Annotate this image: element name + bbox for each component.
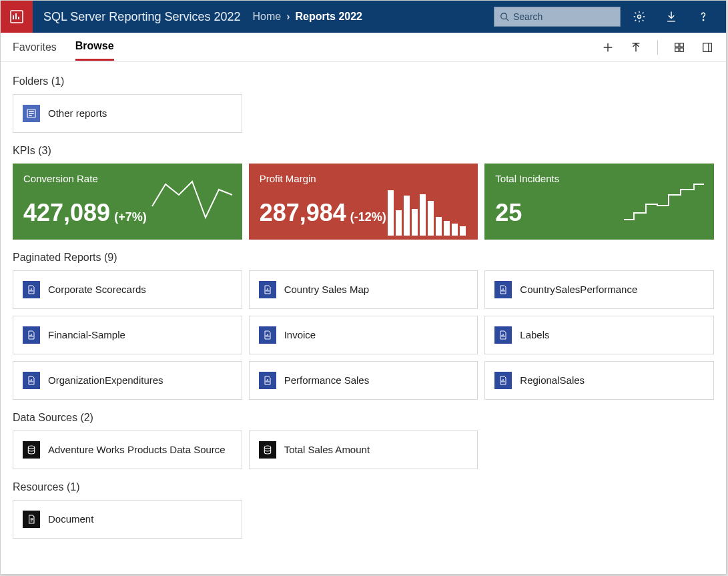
datasources-grid: Adventure Works Products Data Source Tot…: [13, 430, 714, 469]
app-header: SQL Server Reporting Services 2022 Home …: [1, 1, 726, 33]
kpi-value: 287,984: [260, 199, 346, 227]
svg-rect-21: [452, 224, 458, 236]
kpi-total-incidents[interactable]: Total Incidents 25: [484, 164, 714, 240]
breadcrumb-home[interactable]: Home: [252, 11, 281, 23]
svg-rect-7: [680, 47, 683, 51]
help-icon: [697, 10, 710, 23]
paginated-grid: Corporate Scorecards Country Sales Map C…: [13, 270, 714, 400]
datasource-label: Total Sales Amount: [284, 443, 370, 457]
kpi-delta: (+7%): [114, 210, 147, 224]
report-icon: [494, 281, 512, 298]
upload-icon: [630, 41, 642, 53]
report-icon: [494, 326, 512, 344]
svg-rect-18: [428, 201, 434, 236]
resource-document[interactable]: Document: [13, 500, 242, 539]
kpi-grid: Conversion Rate 427,089 (+7%) Profit Mar…: [13, 164, 714, 240]
svg-rect-4: [675, 43, 679, 46]
report-icon: [23, 326, 40, 344]
search-icon: [500, 12, 509, 21]
report-invoice[interactable]: Invoice: [249, 316, 478, 354]
search-box[interactable]: [494, 7, 621, 27]
report-icon: [494, 372, 512, 389]
report-label: Performance Sales: [284, 374, 370, 387]
datasource-icon: [23, 441, 40, 459]
folders-grid: Other reports: [13, 94, 714, 133]
report-icon: [259, 281, 276, 298]
kpi-title: Profit Margin: [260, 173, 468, 184]
panel-icon: [701, 41, 713, 53]
help-button[interactable]: [697, 10, 710, 23]
svg-point-23: [28, 446, 34, 449]
section-kpis-title: KPIs (3): [13, 145, 714, 157]
svg-rect-16: [412, 209, 418, 236]
kpi-delta: (-12%): [350, 210, 386, 224]
svg-rect-22: [460, 226, 466, 236]
report-label: CountrySalesPerformance: [520, 283, 637, 296]
settings-button[interactable]: [633, 10, 646, 23]
report-label: Invoice: [284, 328, 316, 342]
app-title: SQL Server Reporting Services 2022: [43, 10, 240, 24]
folder-icon: [23, 105, 40, 122]
tab-browse[interactable]: Browse: [75, 33, 114, 61]
datasource-total-sales[interactable]: Total Sales Amount: [249, 430, 478, 469]
svg-rect-8: [703, 43, 712, 51]
svg-rect-15: [404, 196, 410, 236]
report-icon: [259, 372, 276, 389]
document-icon: [23, 511, 40, 528]
kpi-profit-margin[interactable]: Profit Margin 287,984 (-12%): [249, 164, 478, 240]
download-button[interactable]: [665, 10, 678, 23]
svg-rect-17: [420, 194, 426, 236]
svg-rect-5: [680, 43, 683, 46]
svg-point-24: [264, 446, 270, 449]
tile-view-button[interactable]: [673, 41, 686, 54]
breadcrumb-current: Reports 2022: [296, 11, 363, 23]
folder-label: Other reports: [48, 107, 107, 120]
report-performance-sales[interactable]: Performance Sales: [249, 361, 478, 400]
plus-icon: [602, 41, 614, 53]
report-regionalsales[interactable]: RegionalSales: [484, 361, 714, 400]
svg-rect-11: [29, 113, 34, 114]
header-actions: [633, 10, 710, 23]
report-label: Labels: [520, 328, 549, 342]
datasource-label: Adventure Works Products Data Source: [48, 443, 226, 457]
kpi-conversion-rate[interactable]: Conversion Rate 427,089 (+7%): [13, 164, 242, 240]
breadcrumb: Home › Reports 2022: [252, 11, 362, 23]
search-input[interactable]: [513, 11, 615, 22]
report-country-sales-map[interactable]: Country Sales Map: [249, 270, 478, 309]
section-paginated-title: Paginated Reports (9): [13, 252, 714, 264]
toolbar-actions: [601, 40, 714, 55]
svg-rect-14: [396, 210, 402, 236]
resources-grid: Document: [13, 500, 714, 539]
report-labels[interactable]: Labels: [484, 316, 714, 354]
download-icon: [665, 10, 678, 23]
grid-icon: [673, 41, 685, 53]
report-label: Corporate Scorecards: [48, 283, 146, 296]
svg-rect-12: [29, 115, 32, 116]
tab-favorites[interactable]: Favorites: [13, 35, 57, 60]
report-financial-sample[interactable]: Financial-Sample: [13, 316, 242, 354]
report-corporate-scorecards[interactable]: Corporate Scorecards: [13, 270, 242, 309]
report-organizationexpenditures[interactable]: OrganizationExpenditures: [13, 361, 242, 400]
app-logo[interactable]: [1, 1, 33, 33]
svg-rect-6: [675, 47, 679, 51]
section-folders-title: Folders (1): [13, 75, 714, 87]
datasource-adventure-works[interactable]: Adventure Works Products Data Source: [13, 430, 242, 469]
folder-other-reports[interactable]: Other reports: [13, 94, 242, 133]
svg-point-3: [703, 19, 703, 20]
report-label: Country Sales Map: [284, 283, 370, 296]
report-icon: [23, 281, 40, 298]
tab-bar: Favorites Browse: [1, 33, 726, 62]
report-label: RegionalSales: [520, 374, 585, 387]
section-datasources-title: Data Sources (2): [13, 412, 714, 424]
svg-rect-20: [444, 221, 450, 236]
report-label: OrganizationExpenditures: [48, 374, 163, 387]
report-countrysalesperformance[interactable]: CountrySalesPerformance: [484, 270, 714, 309]
upload-button[interactable]: [629, 41, 643, 54]
detail-panel-button[interactable]: [701, 41, 714, 54]
svg-point-1: [501, 13, 507, 19]
kpi-value: 427,089: [23, 199, 110, 227]
svg-rect-13: [388, 190, 394, 236]
report-label: Financial-Sample: [48, 328, 125, 342]
gear-icon: [633, 10, 646, 23]
new-button[interactable]: [601, 41, 615, 54]
